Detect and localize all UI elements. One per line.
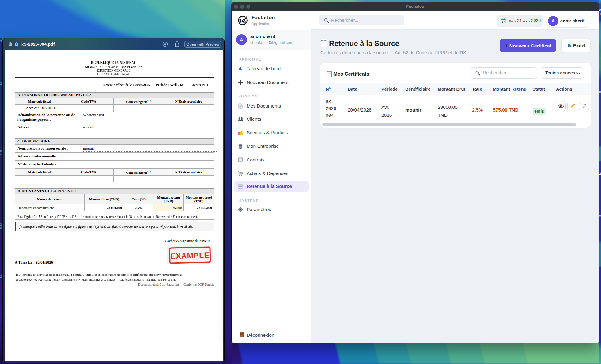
svg-text:17: 17 bbox=[502, 21, 505, 23]
svg-text:RECEIPT: RECEIPT bbox=[321, 40, 327, 41]
